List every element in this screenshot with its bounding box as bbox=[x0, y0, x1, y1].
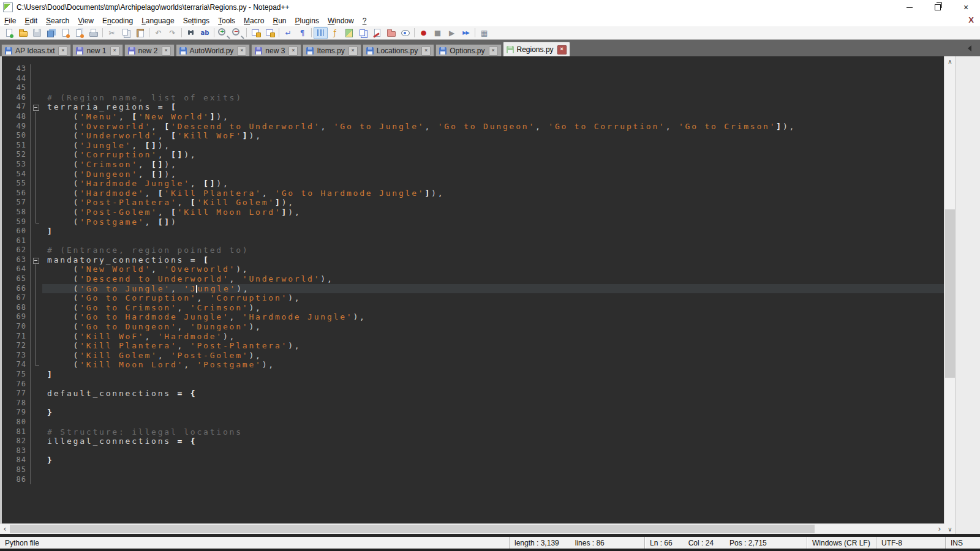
code-line[interactable]: ('Postgame', []) bbox=[42, 217, 944, 227]
tab-close-button[interactable]: × bbox=[349, 47, 358, 56]
toolbar-monitoring[interactable] bbox=[398, 27, 412, 39]
code-line[interactable] bbox=[42, 399, 944, 408]
code-line[interactable]: # (Region name, list of exits) bbox=[42, 93, 944, 103]
toolbar-new-file[interactable] bbox=[2, 27, 16, 39]
horizontal-scrollbar[interactable]: ‹ › bbox=[0, 523, 944, 534]
code-line[interactable]: ('Crimson', []), bbox=[42, 160, 944, 170]
code-line[interactable]: ('Post-Golem', ['Kill Moon Lord']), bbox=[42, 208, 944, 217]
menu-plugins[interactable]: Plugins bbox=[291, 15, 323, 26]
scroll-up-arrow-icon[interactable]: ∧ bbox=[944, 56, 956, 66]
status-insert-mode[interactable]: INS bbox=[945, 537, 980, 549]
menu-language[interactable]: Language bbox=[137, 15, 179, 26]
code-line[interactable]: ] bbox=[42, 227, 944, 236]
code-line[interactable] bbox=[42, 465, 944, 475]
toolbar-document-map[interactable] bbox=[342, 27, 356, 39]
code-line[interactable]: ('New World', 'Overworld'), bbox=[42, 264, 944, 274]
code-line[interactable]: default_connections = { bbox=[42, 389, 944, 399]
fold-collapse-button[interactable] bbox=[31, 255, 42, 265]
code-line[interactable] bbox=[42, 475, 944, 485]
code-line[interactable]: ('Kill WoF', 'Hardmode'), bbox=[42, 332, 944, 342]
tab-options-py[interactable]: Options.py× bbox=[435, 44, 501, 57]
toolbar-undo[interactable]: ↶ bbox=[151, 27, 165, 39]
toolbar-folder-as-workspace[interactable] bbox=[384, 27, 398, 39]
tab-close-button[interactable]: × bbox=[110, 47, 119, 56]
toolbar-document-list[interactable] bbox=[356, 27, 370, 39]
tab-new-2[interactable]: new 2× bbox=[124, 44, 175, 57]
toolbar-file-browser[interactable] bbox=[370, 27, 384, 39]
code-line[interactable]: terraria_regions = [ bbox=[42, 102, 944, 112]
status-encoding[interactable]: UTF-8 bbox=[876, 537, 945, 549]
tab-close-button[interactable]: × bbox=[489, 47, 498, 56]
toolbar-replace[interactable]: ab bbox=[198, 27, 212, 39]
code-line[interactable]: } bbox=[42, 408, 944, 418]
code-line[interactable]: ('Kill Golem', 'Post-Golem'), bbox=[42, 351, 944, 361]
fold-collapse-button[interactable] bbox=[31, 102, 42, 112]
toolbar-copy[interactable] bbox=[119, 27, 133, 39]
code-line[interactable]: ] bbox=[42, 370, 944, 380]
menu-view[interactable]: View bbox=[74, 15, 98, 26]
code-line[interactable]: # (Entrance, region pointed to) bbox=[42, 246, 944, 255]
menu-file[interactable]: File bbox=[0, 15, 20, 26]
tab-items-py[interactable]: Items.py× bbox=[303, 44, 361, 57]
tab-ap-ideas-txt[interactable]: AP Ideas.txt× bbox=[1, 44, 71, 57]
code-line[interactable]: ('Dungeon', []), bbox=[42, 170, 944, 179]
toolbar-open-file[interactable] bbox=[16, 27, 30, 39]
toolbar-macro-run-multiple[interactable]: ▶▶ bbox=[459, 27, 473, 39]
toolbar-save-all[interactable] bbox=[44, 27, 58, 39]
code-line[interactable]: ('Go to Jungle', 'Jungle'), bbox=[42, 284, 944, 294]
toolbar-close-file[interactable] bbox=[58, 27, 72, 39]
menu-edit[interactable]: Edit bbox=[20, 15, 42, 26]
vertical-scrollbar[interactable]: ∧ ∨ bbox=[944, 56, 956, 534]
tab-close-button[interactable]: × bbox=[58, 47, 67, 56]
menu-search[interactable]: Search bbox=[42, 15, 74, 26]
code-line[interactable]: } bbox=[42, 455, 944, 465]
toolbar-sync-horizontal-scrolling[interactable] bbox=[263, 27, 277, 39]
close-button[interactable]: × bbox=[952, 0, 980, 15]
code-line[interactable] bbox=[42, 446, 944, 456]
code-line[interactable] bbox=[42, 236, 944, 246]
tab-close-button[interactable]: × bbox=[237, 47, 246, 56]
code-line[interactable]: ('Go to Dungeon', 'Dungeon'), bbox=[42, 322, 944, 332]
close-document-x-button[interactable]: X bbox=[968, 15, 974, 24]
code-line[interactable] bbox=[42, 64, 944, 74]
menu-macro[interactable]: Macro bbox=[239, 15, 268, 26]
tab-close-button[interactable]: × bbox=[162, 47, 171, 56]
code-line[interactable]: ('Hardmode', ['Kill Plantera', 'Go to Ha… bbox=[42, 189, 944, 198]
menu-window[interactable]: Window bbox=[323, 15, 358, 26]
vertical-scrollbar-thumb[interactable] bbox=[945, 209, 955, 378]
tab-regions-py[interactable]: Regions.py× bbox=[503, 42, 570, 57]
code-line[interactable]: ('Go to Crimson', 'Crimson'), bbox=[42, 303, 944, 313]
tab-close-button[interactable]: × bbox=[557, 45, 567, 54]
code-line[interactable]: ('Overworld', ['Descend to Underworld', … bbox=[42, 122, 944, 132]
code-line[interactable]: ('Corruption', []), bbox=[42, 150, 944, 160]
tab-autoworld-py[interactable]: AutoWorld.py× bbox=[176, 44, 251, 57]
tab-locations-py[interactable]: Locations.py× bbox=[363, 44, 434, 57]
code-line[interactable] bbox=[42, 418, 944, 427]
toolbar-print[interactable] bbox=[86, 27, 100, 39]
toolbar-cut[interactable]: ✂ bbox=[105, 27, 119, 39]
menu-help[interactable]: ? bbox=[358, 15, 371, 26]
tab-scroll-left-button[interactable] bbox=[968, 45, 971, 51]
toolbar-macro-playback[interactable]: ▶ bbox=[445, 27, 459, 39]
toolbar-save-macro[interactable]: ▦ bbox=[477, 27, 491, 39]
status-eol-format[interactable]: Windows (CR LF) bbox=[807, 537, 876, 549]
toolbar-paste[interactable] bbox=[133, 27, 147, 39]
code-line[interactable]: ('Hardmode Jungle', []), bbox=[42, 179, 944, 189]
toolbar-find[interactable] bbox=[184, 27, 198, 39]
code-line[interactable]: ('Kill Moon Lord', 'Postgame'), bbox=[42, 360, 944, 370]
menu-settings[interactable]: Settings bbox=[179, 15, 214, 26]
code-line[interactable]: ('Underworld', ['Kill WoF']), bbox=[42, 131, 944, 141]
toolbar-show-all-characters[interactable]: ¶ bbox=[295, 27, 309, 39]
toolbar-zoom-out[interactable]: − bbox=[230, 27, 244, 39]
menu-run[interactable]: Run bbox=[268, 15, 290, 26]
minimize-button[interactable] bbox=[895, 0, 924, 15]
scroll-down-arrow-icon[interactable]: ∨ bbox=[944, 524, 956, 534]
code-line[interactable] bbox=[42, 74, 944, 84]
toolbar-sync-vertical-scrolling[interactable] bbox=[249, 27, 263, 39]
code-line[interactable]: illegal_connections = { bbox=[42, 437, 944, 446]
toolbar-function-list[interactable]: ƒ bbox=[328, 27, 342, 39]
code-line[interactable]: ('Menu', ['New World']), bbox=[42, 112, 944, 122]
toolbar-redo[interactable]: ↷ bbox=[165, 27, 179, 39]
menu-tools[interactable]: Tools bbox=[214, 15, 239, 26]
code-line[interactable] bbox=[42, 380, 944, 389]
